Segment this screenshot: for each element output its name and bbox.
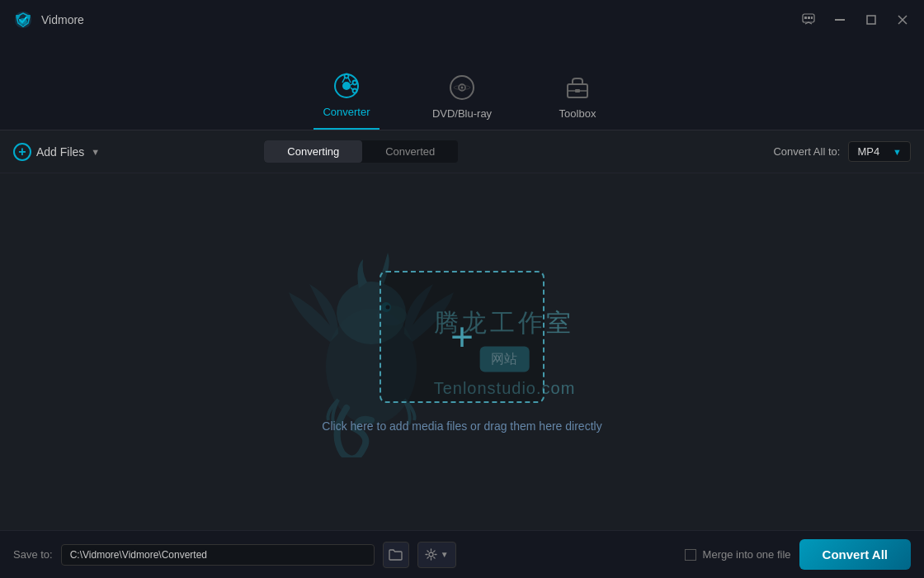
main-content: 腾龙工作室 网站 Tenlonstudio.com + Click here t… (0, 173, 924, 530)
svg-point-11 (345, 74, 349, 78)
tab-converter[interactable]: Converter (314, 71, 380, 130)
add-files-plus-icon: + (13, 143, 31, 161)
add-files-label: Add Files (36, 145, 84, 159)
converter-tab-icon (332, 71, 361, 101)
app-title: Vidmore (41, 13, 84, 26)
converting-tab-button[interactable]: Converting (264, 140, 362, 163)
convert-all-to-area: Convert All to: MP4 ▼ (773, 141, 911, 162)
feedback-button[interactable] (797, 8, 820, 31)
merge-checkbox[interactable] (685, 549, 696, 561)
convert-all-to-label: Convert All to: (773, 145, 840, 158)
format-dropdown-icon: ▼ (893, 147, 902, 157)
format-value: MP4 (857, 145, 879, 158)
toolbox-tab-icon (563, 73, 592, 102)
nav-tabs: Converter DVD/Blu-ray Toolbox (0, 40, 924, 130)
close-button[interactable] (891, 8, 914, 31)
svg-point-27 (429, 552, 433, 557)
svg-point-10 (342, 82, 351, 90)
save-path-input[interactable] (61, 544, 375, 566)
svg-rect-6 (867, 16, 875, 24)
settings-button[interactable]: ▼ (417, 542, 456, 568)
converted-tab-button[interactable]: Converted (362, 140, 458, 163)
dvd-tab-label: DVD/Blu-ray (432, 107, 492, 120)
svg-point-16 (461, 87, 464, 89)
svg-point-12 (353, 81, 357, 85)
maximize-button[interactable] (860, 8, 883, 31)
dvd-tab-icon (447, 73, 477, 102)
open-folder-button[interactable] (383, 542, 409, 568)
settings-dropdown-icon: ▼ (441, 550, 449, 559)
window-controls (797, 8, 914, 31)
convert-all-button[interactable]: Convert All (799, 539, 911, 570)
minimize-button[interactable] (828, 8, 851, 31)
svg-point-0 (19, 18, 27, 25)
tab-dvd[interactable]: DVD/Blu-ray (429, 73, 495, 130)
add-files-button[interactable]: + Add Files ▼ (13, 143, 100, 161)
svg-rect-19 (575, 89, 580, 92)
toolbox-tab-label: Toolbox (559, 107, 596, 120)
converting-converted-toggle: Converting Converted (264, 140, 458, 163)
tab-toolbox[interactable]: Toolbox (544, 73, 610, 130)
converter-tab-label: Converter (323, 106, 370, 118)
titlebar: Vidmore (0, 0, 924, 40)
add-files-dropdown-icon: ▼ (91, 147, 100, 157)
svg-rect-5 (835, 19, 845, 21)
save-to-label: Save to: (13, 548, 53, 561)
format-select[interactable]: MP4 ▼ (848, 141, 911, 162)
logo-area: Vidmore (12, 8, 84, 31)
svg-rect-3 (808, 17, 810, 19)
merge-checkbox-area: Merge into one file (685, 548, 791, 561)
svg-rect-2 (804, 17, 807, 19)
drop-hint: Click here to add media files or drag th… (322, 419, 601, 433)
footer: Save to: ▼ Merge into one file Convert A… (0, 530, 924, 578)
drop-zone-plus-icon: + (450, 317, 474, 357)
app-logo-icon (12, 8, 35, 31)
toolbar: + Add Files ▼ Converting Converted Conve… (0, 130, 924, 173)
drop-zone[interactable]: + (380, 271, 544, 403)
merge-label: Merge into one file (703, 548, 791, 561)
svg-rect-4 (811, 17, 813, 19)
